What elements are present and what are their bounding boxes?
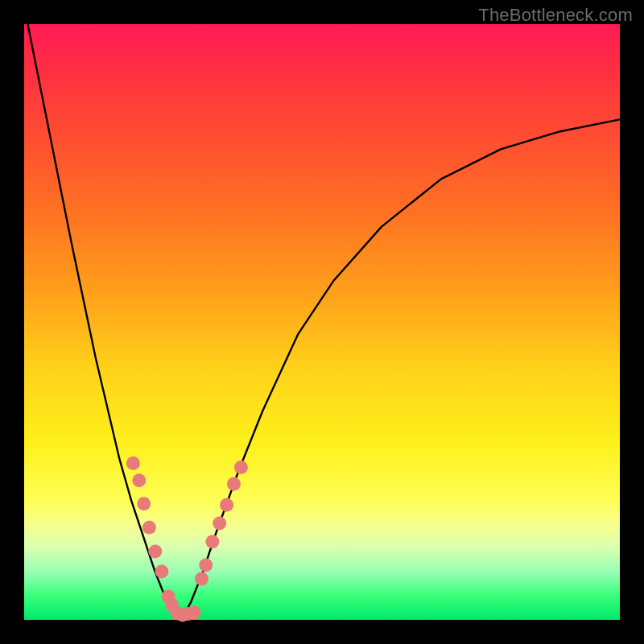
data-marker bbox=[220, 498, 233, 512]
data-marker bbox=[142, 521, 156, 535]
watermark-text: TheBottleneck.com bbox=[478, 5, 633, 26]
data-marker bbox=[126, 456, 140, 470]
data-marker bbox=[137, 497, 151, 510]
data-marker bbox=[227, 477, 241, 491]
data-marker bbox=[155, 565, 168, 579]
data-marker bbox=[132, 473, 146, 487]
data-marker bbox=[148, 544, 162, 558]
data-marker bbox=[199, 558, 213, 572]
data-marker bbox=[195, 572, 208, 585]
data-marker bbox=[205, 535, 219, 549]
data-marker bbox=[213, 517, 226, 530]
data-marker bbox=[234, 460, 248, 474]
data-marker bbox=[187, 606, 200, 620]
bottleneck-curve bbox=[24, 6, 620, 617]
plot-area bbox=[24, 24, 620, 620]
chart-frame: TheBottleneck.com bbox=[0, 0, 644, 644]
curve-svg bbox=[24, 24, 620, 620]
